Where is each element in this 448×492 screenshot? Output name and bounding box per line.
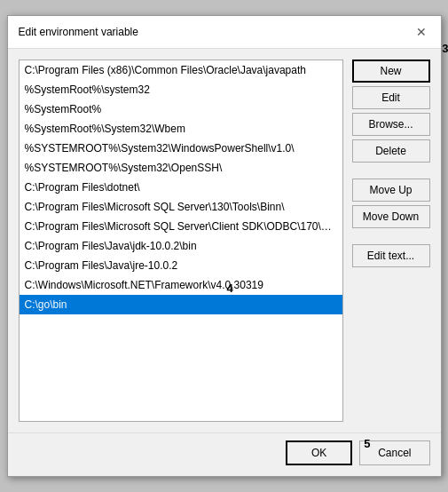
dialog-content: C:\Program Files (x86)\Common Files\Orac… — [8, 49, 441, 432]
browse-button[interactable]: Browse... — [352, 113, 430, 136]
badge-3: 3 — [442, 42, 448, 55]
close-button[interactable]: ✕ — [413, 23, 430, 41]
edit-button[interactable]: Edit — [352, 86, 430, 109]
list-item[interactable]: %SystemRoot%\system32 — [20, 80, 342, 99]
list-item[interactable]: C:\Program Files\Java\jdk-10.0.2\bin — [20, 236, 342, 256]
dialog-footer: OK Cancel — [8, 432, 441, 476]
move-down-button[interactable]: Move Down — [352, 205, 430, 228]
list-item[interactable]: C:\Program Files\Microsoft SQL Server\Cl… — [20, 217, 342, 236]
edit-env-dialog: Edit environment variable ✕ C:\Program F… — [7, 15, 442, 477]
badge-5: 5 — [364, 437, 370, 450]
list-item[interactable]: C:\Windows\Microsoft.NET\Framework\v4.0.… — [20, 275, 342, 295]
list-item[interactable]: %SYSTEMROOT%\System32\OpenSSH\ — [20, 158, 342, 178]
ok-button[interactable]: OK — [286, 440, 352, 465]
list-item[interactable]: C:\Program Files\dotnet\ — [20, 178, 342, 197]
delete-button[interactable]: Delete — [352, 139, 430, 163]
list-item[interactable]: C:\Program Files (x86)\Common Files\Orac… — [20, 60, 342, 80]
env-variable-list[interactable]: C:\Program Files (x86)\Common Files\Orac… — [19, 60, 343, 422]
move-up-button[interactable]: Move Up — [352, 179, 430, 202]
list-item[interactable]: C:\Program Files\Microsoft SQL Server\13… — [20, 197, 342, 217]
list-item[interactable]: %SystemRoot% — [20, 99, 342, 119]
edit-text-button[interactable]: Edit text... — [352, 244, 430, 267]
list-item[interactable]: %SystemRoot%\System32\Wbem — [20, 119, 342, 139]
dialog-title: Edit environment variable — [19, 26, 138, 38]
list-item[interactable]: C:\go\bin — [20, 295, 342, 314]
badge-4: 4 — [227, 282, 233, 295]
list-item[interactable]: C:\Program Files\Java\jre-10.0.2 — [20, 256, 342, 275]
button-panel: New Edit Browse... Delete Move Up Move D… — [352, 60, 430, 422]
list-item[interactable]: %SYSTEMROOT%\System32\WindowsPowerShell\… — [20, 139, 342, 158]
new-button[interactable]: New — [352, 60, 430, 83]
title-bar: Edit environment variable ✕ — [8, 16, 441, 49]
